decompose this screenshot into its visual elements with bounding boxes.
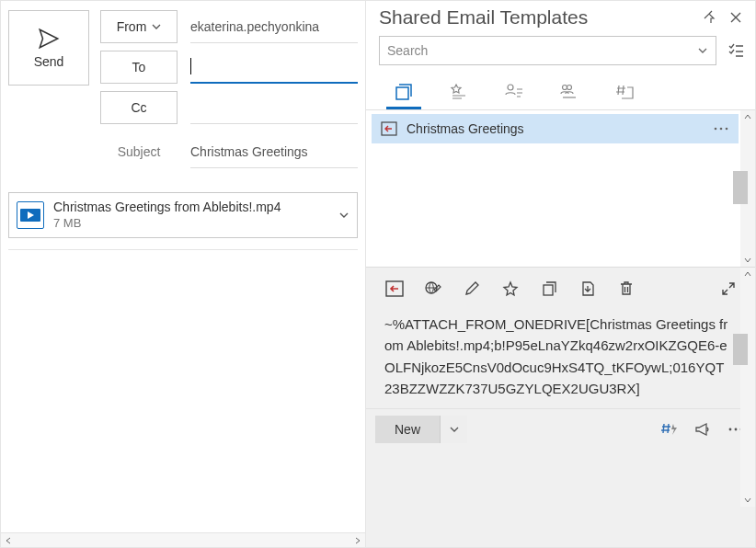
scroll-up-icon[interactable]	[740, 110, 755, 123]
compose-pane: Send From ekaterina.pechyonkina To	[1, 1, 366, 547]
announce-button[interactable]	[693, 419, 713, 440]
tab-favorites[interactable]	[447, 78, 471, 106]
from-label: From	[117, 19, 147, 34]
footer-bar: New	[366, 408, 755, 449]
attachment-item[interactable]: Christmas Greetings from Ablebits!.mp4 7…	[8, 192, 358, 238]
tab-bar	[366, 74, 755, 106]
video-file-icon	[17, 201, 44, 229]
preview-text[interactable]: ~%ATTACH_FROM_ONEDRIVE[Christmas Greetin…	[366, 304, 755, 408]
megaphone-icon	[694, 422, 711, 437]
svg-point-12	[735, 428, 738, 430]
person-list-icon	[504, 82, 524, 102]
list-scrollbar[interactable]	[740, 110, 755, 267]
svg-rect-0	[396, 87, 408, 99]
template-item[interactable]: Christmas Greetings	[372, 114, 739, 143]
tab-tags[interactable]	[613, 78, 636, 106]
panel-title: Shared Email Templates	[379, 6, 694, 29]
ellipsis-icon	[713, 126, 729, 131]
scroll-down-icon[interactable]	[740, 494, 755, 507]
tab-shared[interactable]	[557, 78, 581, 106]
expand-icon	[721, 281, 736, 296]
subject-label: Subject	[100, 144, 178, 159]
close-button[interactable]	[726, 7, 746, 28]
delete-button[interactable]	[616, 279, 636, 299]
svg-point-11	[729, 428, 732, 430]
svg-point-3	[567, 86, 572, 90]
pin-button[interactable]	[700, 7, 720, 28]
shortcuts-button[interactable]	[659, 419, 680, 440]
preview-toolbar	[366, 268, 755, 304]
svg-point-6	[720, 128, 723, 131]
svg-point-5	[715, 128, 717, 131]
template-menu-button[interactable]	[713, 126, 729, 131]
template-preview: ~%ATTACH_FROM_ONEDRIVE[Christmas Greetin…	[366, 267, 755, 547]
star-icon	[502, 280, 519, 297]
template-name: Christmas Greetings	[407, 121, 704, 136]
horizontal-scrollbar[interactable]	[1, 532, 365, 547]
template-list: Christmas Greetings	[366, 110, 755, 267]
scroll-up-icon[interactable]	[740, 268, 755, 280]
chevron-down-icon	[450, 425, 459, 434]
file-down-icon	[579, 280, 596, 297]
to-input[interactable]	[190, 51, 358, 84]
from-value[interactable]: ekaterina.pechyonkina	[190, 10, 358, 43]
svg-point-7	[726, 128, 728, 131]
chevron-down-icon[interactable]	[697, 45, 708, 56]
cc-input[interactable]	[190, 91, 358, 124]
preview-scrollbar[interactable]	[740, 268, 755, 507]
pencil-icon	[464, 280, 480, 297]
insert-icon	[385, 280, 404, 297]
attachment-size: 7 MB	[53, 216, 329, 231]
search-placeholder: Search	[387, 43, 428, 58]
edit-button[interactable]	[462, 279, 482, 299]
hash-bolt-icon	[660, 421, 679, 438]
favorite-button[interactable]	[500, 279, 521, 299]
search-input[interactable]: Search	[379, 36, 716, 65]
new-button[interactable]: New	[375, 416, 440, 443]
tab-personal[interactable]	[502, 78, 526, 106]
text-cursor	[190, 58, 191, 74]
checklist-button[interactable]	[726, 40, 746, 61]
close-icon	[729, 11, 742, 24]
copy-button[interactable]	[539, 279, 559, 299]
to-button[interactable]: To	[100, 51, 178, 84]
expand-button[interactable]	[718, 279, 739, 299]
star-stack-icon	[449, 82, 469, 102]
svg-point-1	[508, 85, 513, 90]
scroll-right-icon[interactable]	[354, 537, 361, 544]
scroll-left-icon[interactable]	[5, 537, 12, 544]
email-body[interactable]	[8, 249, 358, 532]
trash-icon	[618, 280, 635, 297]
template-insert-icon	[381, 121, 397, 136]
checklist-icon	[727, 42, 744, 59]
subject-input[interactable]: Christmas Greetings	[190, 135, 358, 168]
cc-button[interactable]: Cc	[100, 91, 178, 124]
insert-button[interactable]	[384, 279, 405, 299]
pin-icon	[703, 10, 717, 25]
globe-pen-icon	[424, 280, 442, 298]
stack-icon	[394, 82, 414, 102]
scroll-down-icon[interactable]	[740, 254, 755, 267]
import-button[interactable]	[578, 279, 598, 299]
send-icon	[37, 27, 61, 51]
chevron-down-icon	[152, 22, 161, 31]
attachment-menu-button[interactable]	[338, 210, 349, 221]
svg-rect-10	[544, 285, 553, 295]
people-list-icon	[559, 82, 579, 102]
tab-all-templates[interactable]	[392, 78, 416, 106]
send-button[interactable]: Send	[8, 10, 89, 86]
send-label: Send	[34, 54, 64, 69]
copy-icon	[541, 280, 557, 297]
hash-stack-icon	[614, 82, 635, 102]
templates-pane: Shared Email Templates Search	[366, 1, 755, 547]
new-dropdown-button[interactable]	[440, 416, 467, 443]
attachment-name: Christmas Greetings from Ablebits!.mp4	[53, 200, 329, 216]
to-label: To	[132, 60, 146, 74]
cc-label: Cc	[131, 100, 146, 115]
svg-point-2	[563, 86, 567, 90]
from-button[interactable]: From	[100, 10, 178, 43]
web-edit-button[interactable]	[423, 279, 443, 299]
